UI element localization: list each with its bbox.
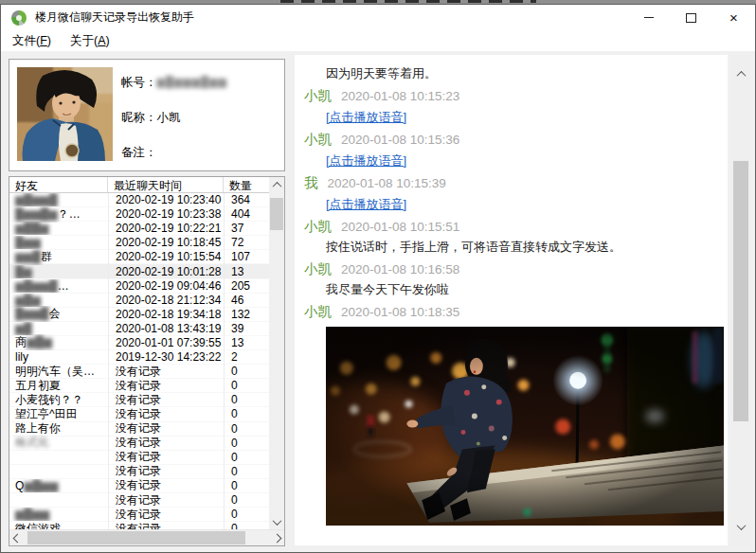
friend-row[interactable]: ▆█▆▆█ 2020-02-19 10:23:40 364 [9,193,269,207]
friends-vertical-scrollbar[interactable] [269,177,284,529]
friend-name: █▆▆█会 [9,306,108,322]
message-header: 我2020-01-08 10:15:39 [295,174,728,192]
friend-last-chat-time: 2020-02-19 10:18:45 [108,236,224,249]
friend-message-count: 13 [224,265,243,278]
chat-message-panel: 因为明天要等着用。小凯2020-01-08 10:15:23[点击播放语音]小凯… [295,55,728,545]
message-sender: 小凯 [304,132,332,147]
voice-play-link[interactable]: [点击播放语音] [326,153,406,168]
friends-table-header: 好友 最近聊天时间 数量 [9,177,269,193]
friend-message-count: 0 [224,451,238,464]
friend-message-count: 0 [224,493,238,507]
message-text: 按住说话时，手指上滑，可将语音直接转成文字发送。 [295,239,728,255]
chevron-down-icon [272,516,281,526]
column-divider [224,193,225,529]
blurred-name: ▆█▆ [27,335,52,348]
friend-message-count: 39 [224,322,243,335]
minimize-button[interactable] [627,5,670,30]
message-text: 因为明天要等着用。 [295,65,728,81]
blurred-name: ▆█▆▆ [24,479,58,492]
friend-row[interactable]: █▆ 2020-02-19 10:01:28 13 [9,264,269,278]
close-button[interactable]: × [712,5,755,30]
friend-row[interactable]: ▆█▆▆█… 2020-02-19 09:04:46 205 [9,279,269,294]
blurred-name: ▆█▆▆█ [15,193,58,206]
friend-message-count: 0 [224,393,238,406]
friend-message-count: 107 [224,250,250,263]
friend-message-count: 2 [224,350,238,364]
friend-row[interactable]: ▆▆█群 2020-02-19 10:15:54 107 [9,250,269,264]
scroll-left-button[interactable] [9,530,25,545]
friend-last-chat-time: 2020-02-19 10:22:21 [108,222,224,235]
message-header: 小凯2020-01-08 10:15:51 [295,218,728,236]
chat-vertical-scrollbar[interactable] [731,55,750,545]
friend-row[interactable]: █▆▆█▆？… 2020-02-19 10:23:38 404 [9,207,269,222]
scroll-right-button[interactable] [269,530,284,545]
menu-bar: 文件(F) 关于(A) [1,30,755,51]
maximize-button[interactable] [670,5,712,30]
blurred-name: 格式化 [15,436,49,449]
message-sender: 小凯 [304,88,332,103]
blurred-name: █▆▆█ [15,307,48,320]
friends-horizontal-scrollbar[interactable] [9,529,284,545]
scroll-down-button[interactable] [731,519,750,534]
friend-last-chat-time: 2020-02-19 10:15:54 [108,250,224,263]
profile-avatar [17,67,113,161]
friend-row[interactable]: 商▆█▆ 2020-01-01 07:39:55 13 [9,336,269,350]
message-text: 我尽量今天下午发你啦 [295,281,728,297]
friend-name: █▆▆ [9,236,108,249]
friend-message-count: 0 [224,465,238,478]
friend-name: ▆█ [9,322,108,335]
friend-message-count: 46 [224,294,243,307]
account-value-masked: ▆█▆▆▆█▆▆ [157,76,227,88]
message-timestamp: 2020-01-08 10:18:35 [341,305,459,319]
blurred-name: █▆▆█▆ [15,207,58,221]
message-timestamp: 2020-01-08 10:16:58 [341,262,459,276]
close-icon: × [729,10,738,25]
app-logo-icon [11,10,27,26]
friend-last-chat-time: 2020-02-19 10:01:28 [108,265,224,278]
column-header-last-chat-time[interactable]: 最近聊天时间 [108,177,224,192]
scroll-thumb[interactable] [270,198,283,230]
friend-last-chat-time: 2020-01-08 13:43:19 [108,322,224,335]
title-bar[interactable]: 楼月微信聊天记录导出恢复助手 × [1,5,755,30]
friend-row[interactable]: ▆██▆ 2020-02-19 10:22:21 37 [9,222,269,236]
maximize-icon [686,13,696,23]
friend-message-count: 37 [224,222,243,235]
friend-message-count: 0 [224,522,238,529]
friend-message-count: 72 [224,236,243,249]
column-divider [108,193,109,529]
voice-message: [点击播放语音] [295,108,728,125]
remark-row: 备注： [121,145,157,161]
friend-message-count: 0 [224,422,238,436]
voice-play-link[interactable]: [点击播放语音] [326,197,406,211]
friend-name: ▆█▆▆█ [9,193,108,206]
scroll-thumb[interactable] [733,161,748,421]
friend-message-count: 205 [224,279,250,293]
message-timestamp: 2020-01-08 10:15:36 [341,133,459,147]
chat-photo[interactable] [326,327,724,526]
blurred-name: ▆▆█ [15,250,41,263]
column-header-friend[interactable]: 好友 [9,177,108,192]
friend-message-count: 132 [224,308,250,321]
menu-about[interactable]: 关于(A) [61,33,119,49]
window-title: 楼月微信聊天记录导出恢复助手 [35,9,194,26]
scroll-thumb[interactable] [27,531,245,544]
scroll-up-button[interactable] [269,177,284,192]
friend-message-count: 0 [224,365,238,378]
message-header: 小凯2020-01-08 10:18:35 [295,303,728,321]
blurred-name: █▆ [15,265,32,278]
friend-last-chat-time: 2020-02-19 10:23:38 [108,207,224,221]
avatar-image [17,67,113,161]
voice-play-link[interactable]: [点击播放语音] [326,110,406,124]
minimize-icon [644,17,654,18]
friend-last-chat-time: 2019-12-30 14:23:22 [108,350,224,364]
friend-message-count: 0 [224,379,238,392]
scroll-down-button[interactable] [269,514,284,529]
blurred-name: ▆█▆ [15,294,41,307]
column-header-count[interactable]: 数量 [224,177,267,192]
scroll-up-button[interactable] [731,66,750,81]
message-timestamp: 2020-01-08 10:15:51 [341,220,459,234]
friend-row[interactable]: █▆▆█会 2020-02-18 19:34:18 132 [9,308,269,322]
friend-message-count: 404 [224,207,250,221]
friend-row[interactable]: 微信游戏 没有记录 0 [9,522,269,529]
menu-file[interactable]: 文件(F) [3,33,61,49]
